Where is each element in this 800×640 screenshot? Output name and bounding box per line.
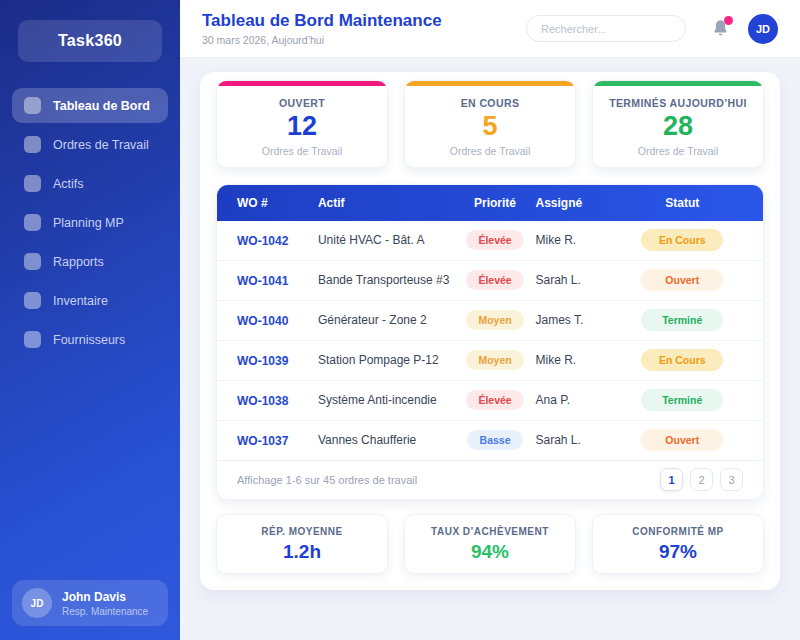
kpi-label: TAUX D’ACHÈVEMENT [409,526,571,537]
table-row[interactable]: WO-1037 Vannes Chaufferie Basse Sarah L.… [217,421,763,461]
stat-card: EN COURS 5 Ordres de Travail [404,80,576,168]
table-row[interactable]: WO-1041 Bande Transporteuse #3 Élevée Sa… [217,261,763,301]
work-order-id-link[interactable]: WO-1040 [237,314,288,328]
main-area: Tableau de Bord Maintenance 30 mars 2026… [180,0,800,640]
asset-cell: Vannes Chaufferie [318,433,455,447]
status-badge: Ouvert [641,269,723,291]
stat-accent-bar [405,81,575,86]
priority-badge: Moyen [466,350,523,370]
priority-badge: Moyen [466,310,523,330]
nav-item-icon [24,97,41,114]
assignee-cell: Sarah L. [536,433,622,447]
work-order-id-link[interactable]: WO-1039 [237,354,288,368]
work-order-id-link[interactable]: WO-1041 [237,274,288,288]
pagination: 1 2 3 [660,468,743,491]
stat-sublabel: Ordres de Travail [405,145,575,157]
page-button-1[interactable]: 1 [660,468,683,491]
kpi-value: 97% [597,541,759,563]
stat-value: 28 [593,112,763,142]
priority-badge: Élevée [466,270,523,290]
table-row[interactable]: WO-1042 Unité HVAC - Bât. A Élevée Mike … [217,221,763,261]
dashboard-panel: OUVERT 12 Ordres de Travail EN COURS 5 O… [200,72,780,590]
nav-item-icon [24,253,41,270]
user-profile-card[interactable]: JD John Davis Resp. Maintenance [12,580,168,626]
stat-value: 5 [405,112,575,142]
assignee-cell: Mike R. [536,353,622,367]
kpi-card: TAUX D’ACHÈVEMENT 94% [404,514,576,574]
assignee-cell: Mike R. [536,233,622,247]
column-header-assignee: Assigné [536,196,622,210]
stat-sublabel: Ordres de Travail [217,145,387,157]
stat-accent-bar [217,81,387,86]
nav-item-label: Ordres de Travail [53,138,149,152]
column-header-status: Statut [622,196,743,210]
column-header-priority: Priorité [455,196,536,210]
stat-label: EN COURS [405,97,575,109]
user-role: Resp. Maintenance [62,606,148,617]
status-badge: En Cours [641,349,723,371]
status-badge: Terminé [641,309,723,331]
page-date: 30 mars 2026, Aujourd’hui [202,34,442,46]
stat-value: 12 [217,112,387,142]
kpi-row: RÉP. MOYENNE 1.2h TAUX D’ACHÈVEMENT 94% … [216,514,764,574]
nav-item-label: Tableau de Bord [53,99,150,113]
nav-item-label: Planning MP [53,216,124,230]
search-input[interactable] [526,15,686,42]
content: OUVERT 12 Ordres de Travail EN COURS 5 O… [180,58,800,590]
app-logo: Task360 [18,20,162,62]
nav-item-icon [24,214,41,231]
app-logo-text: Task360 [58,32,122,50]
nav-item-icon [24,136,41,153]
status-badge: En Cours [641,229,723,251]
stat-card: TERMINÉS AUJOURD’HUI 28 Ordres de Travai… [592,80,764,168]
kpi-value: 1.2h [221,541,383,563]
work-orders-table: WO # Actif Priorité Assigné Statut WO-10… [216,184,764,500]
user-avatar: JD [22,588,52,618]
header-avatar[interactable]: JD [748,14,778,44]
status-badge: Ouvert [641,429,723,451]
notification-dot [724,16,733,25]
asset-cell: Générateur - Zone 2 [318,313,455,327]
stat-label: TERMINÉS AUJOURD’HUI [593,97,763,109]
nav-item-icon [24,175,41,192]
stat-sublabel: Ordres de Travail [593,145,763,157]
asset-cell: Bande Transporteuse #3 [318,273,455,287]
nav-item-label: Inventaire [53,294,108,308]
table-row[interactable]: WO-1040 Générateur - Zone 2 Moyen James … [217,301,763,341]
work-order-id-link[interactable]: WO-1037 [237,434,288,448]
notifications-button[interactable] [712,19,730,39]
sidebar-item-inventaire[interactable]: Inventaire [12,283,168,318]
table-header-row: WO # Actif Priorité Assigné Statut [217,185,763,221]
nav-item-icon [24,292,41,309]
table-footer: Affichage 1-6 sur 45 ordres de travail 1… [217,461,763,499]
work-order-id-link[interactable]: WO-1038 [237,394,288,408]
sidebar-item-rapports[interactable]: Rapports [12,244,168,279]
nav-item-label: Actifs [53,177,84,191]
sidebar-item-tableau-de-bord[interactable]: Tableau de Bord [12,88,168,123]
pagination-summary: Affichage 1-6 sur 45 ordres de travail [237,474,417,486]
nav-item-label: Rapports [53,255,104,269]
table-body: WO-1042 Unité HVAC - Bât. A Élevée Mike … [217,221,763,461]
stat-card: OUVERT 12 Ordres de Travail [216,80,388,168]
table-row[interactable]: WO-1039 Station Pompage P-12 Moyen Mike … [217,341,763,381]
sidebar-item-actifs[interactable]: Actifs [12,166,168,201]
asset-cell: Station Pompage P-12 [318,353,455,367]
status-badge: Terminé [641,389,723,411]
sidebar-nav: Tableau de Bord Ordres de Travail Actifs… [12,88,168,357]
sidebar-item-ordres-de-travail[interactable]: Ordres de Travail [12,127,168,162]
top-bar: Tableau de Bord Maintenance 30 mars 2026… [180,0,800,58]
priority-badge: Élevée [466,230,523,250]
asset-cell: Unité HVAC - Bât. A [318,233,455,247]
table-row[interactable]: WO-1038 Système Anti-incendie Élevée Ana… [217,381,763,421]
column-header-wo: WO # [237,196,318,210]
sidebar: Task360 Tableau de Bord Ordres de Travai… [0,0,180,640]
work-order-id-link[interactable]: WO-1042 [237,234,288,248]
page-button-2[interactable]: 2 [690,468,713,491]
assignee-cell: Ana P. [536,393,622,407]
kpi-card: CONFORMITÉ MP 97% [592,514,764,574]
sidebar-item-planning-mp[interactable]: Planning MP [12,205,168,240]
kpi-card: RÉP. MOYENNE 1.2h [216,514,388,574]
asset-cell: Système Anti-incendie [318,393,455,407]
sidebar-item-fournisseurs[interactable]: Fournisseurs [12,322,168,357]
page-button-3[interactable]: 3 [720,468,743,491]
